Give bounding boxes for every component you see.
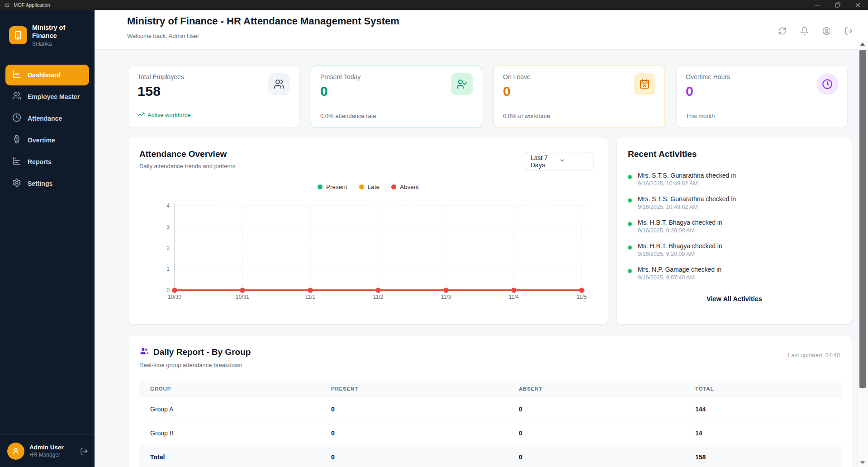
user-name: Admin User: [29, 444, 80, 451]
svg-text:11/3: 11/3: [441, 294, 451, 300]
scroll-up-arrow-icon[interactable]: [860, 42, 865, 46]
stat-footer-text: Active workforce: [147, 112, 190, 118]
column-header-absent: ABSENT: [508, 381, 684, 397]
svg-text:11/5: 11/5: [577, 294, 587, 300]
stat-label: Overtime Hours: [686, 73, 838, 80]
scrollbar-thumb[interactable]: [859, 50, 866, 388]
main-content: Total Employees 158 Active workforce Pre…: [95, 50, 868, 467]
legend-label: Absent: [400, 184, 419, 190]
watch-icon: [12, 135, 21, 146]
stat-card-total-employees: Total Employees 158 Active workforce: [128, 66, 299, 128]
user-circle-icon[interactable]: [822, 27, 831, 35]
refresh-icon[interactable]: [778, 27, 787, 35]
column-header-group: GROUP: [139, 381, 320, 397]
titlebar: MOF Application: [0, 0, 868, 10]
view-all-activities-button[interactable]: View All Activities: [617, 295, 852, 302]
sidebar-item-employee-master[interactable]: Employee Master: [5, 86, 89, 107]
scroll-down-arrow-icon[interactable]: [860, 461, 865, 464]
chevron-down-icon: [559, 157, 588, 165]
status-dot-icon: [628, 198, 632, 203]
bell-icon[interactable]: [800, 27, 809, 35]
sidebar-user-panel: Admin User HR Manager: [0, 434, 95, 467]
restore-button[interactable]: [827, 0, 848, 10]
cell-present: 0: [320, 445, 508, 467]
status-dot-icon: [628, 245, 632, 250]
stat-footer-text: This month: [686, 113, 715, 119]
sidebar: Ministry of Finance Srilanka Dashboard E…: [0, 10, 95, 467]
svg-text:10/30: 10/30: [168, 294, 181, 300]
activity-time: 9/16/2025, 9:20:09 AM: [638, 227, 843, 234]
recent-activities-card: Recent Activities Mrs. S.T.S. Gunarathna…: [617, 137, 852, 325]
daily-report-card: Daily Report - By Group Real-time group …: [128, 335, 852, 467]
date-range-value: Last 7 Days: [531, 154, 559, 169]
sidebar-item-reports[interactable]: Reports: [5, 151, 89, 172]
app-icon: [4, 2, 10, 8]
attendance-overview-card: Attendance Overview Daily attendance tre…: [128, 137, 608, 325]
stat-card-overtime-hours: Overtime Hours 0 This month: [676, 66, 848, 128]
svg-text:11/1: 11/1: [305, 294, 316, 300]
user-role: HR Manager: [29, 452, 80, 458]
stat-value: 0: [686, 84, 838, 99]
page-title: Ministry of Finance - HR Attendance Mana…: [127, 15, 399, 27]
legend-label: Present: [326, 184, 347, 190]
table-row-total: Total 0 0 158: [139, 445, 842, 467]
sidebar-item-settings[interactable]: Settings: [5, 173, 89, 194]
daily-report-subtitle: Real-time group attendance breakdown: [139, 362, 242, 368]
attendance-overview-subtitle: Daily attendance trends and patterns: [139, 163, 235, 170]
legend-label: Late: [368, 184, 379, 190]
stat-card-on-leave: On Leave 0 0.0% of workforce: [493, 66, 665, 128]
stat-value: 158: [138, 84, 290, 99]
activity-time: 9/16/2025, 9:07:40 AM: [638, 274, 843, 281]
group-attendance-table: GROUP PRESENT ABSENT TOTAL Group A 0 0 1…: [139, 381, 842, 467]
activity-text: Ms. H.B.T. Bhagya checked in: [638, 219, 843, 226]
brand-region: Srilanka: [32, 41, 87, 47]
daily-report-title: Daily Report - By Group: [153, 347, 251, 357]
calendar-x-icon: [634, 73, 655, 95]
attendance-chart: 0123410/3010/3111/111/211/311/411/5: [135, 199, 597, 307]
users-icon: [12, 91, 21, 102]
recent-activities-title: Recent Activities: [628, 149, 697, 159]
user-check-icon: [451, 73, 473, 95]
minimize-button[interactable]: [807, 0, 827, 10]
application-window: MOF Application Ministry of Finance Sril…: [0, 0, 868, 467]
sidebar-item-label: Reports: [28, 158, 52, 165]
sidebar-item-dashboard[interactable]: Dashboard: [5, 65, 89, 85]
date-range-select[interactable]: Last 7 Days: [524, 152, 593, 170]
users-icon: [268, 73, 290, 95]
cell-absent: 0: [508, 445, 684, 467]
stat-footer-text: 0.0% attendance rate: [320, 113, 376, 119]
sidebar-item-label: Dashboard: [28, 71, 61, 79]
clock-icon: [816, 73, 838, 95]
logout-icon[interactable]: [80, 447, 88, 455]
sidebar-item-attendance[interactable]: Attendance: [5, 108, 89, 129]
activity-item: Mrs. N.P. Gamage checked in 9/16/2025, 9…: [628, 266, 843, 289]
sidebar-item-label: Settings: [28, 180, 52, 187]
avatar: [7, 443, 24, 460]
welcome-text: Welcome back, Admin User: [127, 33, 199, 39]
table-row: Group B 0 0 14: [139, 421, 842, 445]
stat-label: Total Employees: [138, 73, 290, 80]
activity-time: 9/16/2025, 9:20:09 AM: [638, 251, 843, 257]
activity-time: 9/16/2025, 10:49:02 AM: [638, 204, 843, 210]
legend-dot-absent: [391, 184, 396, 189]
attendance-overview-title: Attendance Overview: [139, 149, 235, 159]
activity-text: Mrs. N.P. Gamage checked in: [638, 266, 843, 273]
building-icon: [9, 26, 27, 44]
cell-group: Total: [139, 445, 320, 467]
activity-item: Ms. H.B.T. Bhagya checked in 9/16/2025, …: [628, 219, 843, 242]
logout-icon[interactable]: [844, 27, 853, 35]
vertical-scrollbar[interactable]: [858, 40, 867, 467]
page-header: Ministry of Finance - HR Attendance Mana…: [95, 10, 868, 50]
svg-text:11/2: 11/2: [373, 294, 384, 300]
sidebar-item-overtime[interactable]: Overtime: [5, 130, 89, 151]
table-row: Group A 0 0 144: [139, 397, 842, 421]
cell-group: Group A: [139, 397, 320, 421]
gear-icon: [12, 178, 21, 189]
cell-present: 0: [320, 421, 508, 445]
status-dot-icon: [628, 222, 632, 226]
svg-text:0: 0: [166, 287, 170, 293]
stat-card-present-today: Present Today 0 0.0% attendance rate: [311, 66, 482, 128]
close-button[interactable]: [848, 0, 868, 10]
sidebar-item-label: Attendance: [28, 115, 62, 122]
chart-line-icon: [12, 70, 21, 80]
